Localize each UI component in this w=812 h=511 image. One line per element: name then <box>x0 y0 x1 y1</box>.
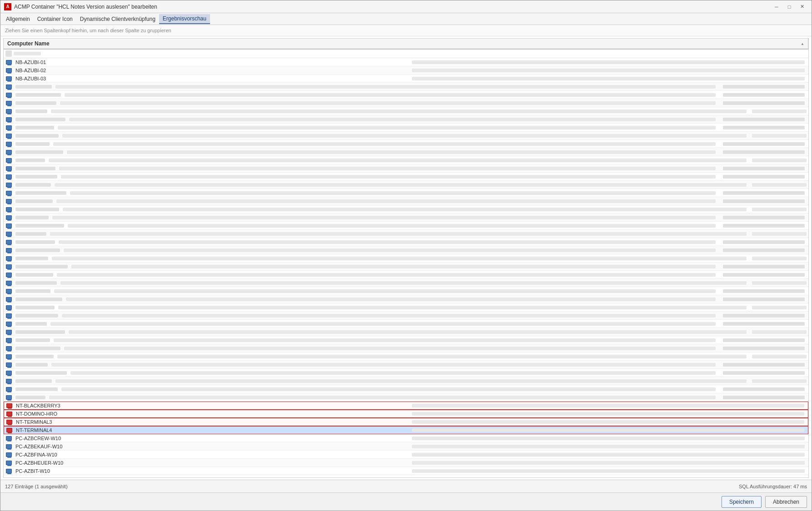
table-row[interactable]: PC-AZBCREW-W10 <box>4 434 808 442</box>
row-data-blur2 <box>723 224 805 228</box>
table-row[interactable]: NB-AZUBI-03 <box>4 74 808 83</box>
table-row[interactable] <box>4 271 808 279</box>
table-row[interactable] <box>4 115 808 124</box>
row-data-blur <box>60 281 747 285</box>
table-row[interactable] <box>4 303 808 312</box>
row-data-blur <box>61 175 716 179</box>
computer-icon-blue <box>5 67 12 74</box>
filter-icon <box>5 50 12 57</box>
cancel-button[interactable]: Abbrechen <box>765 496 807 508</box>
table-row[interactable]: PC-AZBFINA-W10 <box>4 451 808 459</box>
table-row[interactable] <box>4 197 808 205</box>
table-row[interactable] <box>4 246 808 254</box>
table-row[interactable] <box>4 230 808 238</box>
table-row[interactable]: NB-AZUBI-02 <box>4 66 808 74</box>
row-data-blur <box>70 191 716 195</box>
menu-container-icon[interactable]: Container Icon <box>34 14 76 24</box>
close-button[interactable]: ✕ <box>796 2 808 11</box>
table-row[interactable] <box>4 352 808 361</box>
minimize-button[interactable]: ─ <box>771 2 782 11</box>
row-computer-name: NB-AZUBI-03 <box>14 75 410 82</box>
row-data-blur <box>71 265 716 268</box>
row-data-blur <box>49 159 747 162</box>
table-row[interactable] <box>4 377 808 385</box>
table-row[interactable] <box>4 320 808 328</box>
table-row[interactable] <box>4 156 808 164</box>
table-row[interactable]: NB-AZUBI-01 <box>4 58 808 66</box>
menu-allgemein[interactable]: Allgemein <box>2 14 34 24</box>
computer-icon-blue <box>5 157 12 164</box>
table-row[interactable] <box>4 99 808 107</box>
table-row[interactable] <box>4 213 808 222</box>
table-row[interactable] <box>4 189 808 197</box>
table-row[interactable] <box>4 181 808 189</box>
table-row[interactable] <box>4 205 808 213</box>
row-data-blur <box>57 273 716 277</box>
table-row[interactable] <box>4 287 808 295</box>
table-row[interactable] <box>4 238 808 246</box>
table-row[interactable] <box>4 124 808 132</box>
table-row-nt-terminal4[interactable]: NT-TERMINAL4 <box>4 426 808 434</box>
save-button[interactable]: Speichern <box>722 496 762 508</box>
window-title: ACMP Container "HCL Notes Version ausles… <box>14 4 157 10</box>
table-row[interactable] <box>4 107 808 115</box>
menu-bar: Allgemein Container Icon Dynamische Clie… <box>0 13 812 25</box>
table-row[interactable] <box>4 173 808 181</box>
computer-icon-blue <box>5 108 12 115</box>
row-data-blur2 <box>723 338 805 342</box>
row-data-blur2 <box>723 150 805 154</box>
row-data-blur <box>59 167 716 170</box>
row-data-blur2 <box>723 248 805 252</box>
column-header-computer-name[interactable]: Computer Name ▲ <box>4 39 808 49</box>
table-row[interactable]: PC-AZBEKAUF-W10 <box>4 442 808 451</box>
table-row[interactable] <box>4 393 808 402</box>
table-row[interactable] <box>4 385 808 393</box>
table-row[interactable] <box>4 328 808 336</box>
table-row[interactable] <box>4 344 808 352</box>
row-data-blur <box>60 101 716 105</box>
table-container[interactable]: Computer Name ▲ NB-AZUBI-01 NB-AZUBI-02 <box>3 38 809 478</box>
table-row[interactable] <box>4 263 808 271</box>
row-data-blur2 <box>752 306 807 309</box>
table-row[interactable] <box>4 164 808 173</box>
computer-icon-blue <box>5 59 12 66</box>
group-hint-text: Ziehen Sie einen Spaltenkopf hierhin, um… <box>0 25 812 36</box>
menu-ergebnisvorschau[interactable]: Ergebnisvorschau <box>159 14 210 24</box>
filter-row[interactable] <box>4 50 808 58</box>
table-row-nt-domino-hro[interactable]: NT-DOMINO-HRO <box>4 410 808 418</box>
row-data-blur <box>52 216 716 219</box>
row-data-blur <box>412 404 804 407</box>
computer-icon-blue <box>5 91 12 99</box>
table-row[interactable] <box>4 148 808 156</box>
row-data-blur2 <box>723 298 805 301</box>
computer-icon-blue <box>5 181 12 189</box>
table-row[interactable] <box>4 140 808 148</box>
row-data-blur2 <box>752 183 807 187</box>
app-icon: A <box>4 3 11 10</box>
row-data-blur <box>68 224 716 228</box>
table-row[interactable] <box>4 312 808 320</box>
table-row[interactable] <box>4 295 808 303</box>
table-row[interactable] <box>4 369 808 377</box>
table-row[interactable] <box>4 336 808 344</box>
table-row[interactable]: PC-AZBIT-W10 <box>4 467 808 475</box>
computer-icon-blue <box>5 443 12 450</box>
table-row[interactable] <box>4 279 808 287</box>
table-row[interactable] <box>4 361 808 369</box>
table-row[interactable] <box>4 222 808 230</box>
computer-icon-blue <box>5 140 12 148</box>
table-row[interactable]: PC-AZBHEUER-W10 <box>4 459 808 467</box>
table-row[interactable] <box>4 132 808 140</box>
menu-dynamische[interactable]: Dynamische Clientverknüpfung <box>76 14 159 24</box>
maximize-button[interactable]: □ <box>783 2 795 11</box>
sort-icon: ▲ <box>801 42 804 46</box>
computer-icon-blue <box>5 312 12 319</box>
computer-icon-blue <box>5 394 12 401</box>
table-row[interactable] <box>4 83 808 91</box>
table-row[interactable] <box>4 254 808 263</box>
table-row-nt-blackberry3[interactable]: NT-BLACKBERRY3 <box>4 402 808 410</box>
table-row[interactable] <box>4 91 808 99</box>
table-row-nt-terminal3[interactable]: NT-TERMINAL3 <box>4 418 808 426</box>
row-data-blur2 <box>723 126 805 129</box>
content-area: Ziehen Sie einen Spaltenkopf hierhin, um… <box>0 25 812 480</box>
